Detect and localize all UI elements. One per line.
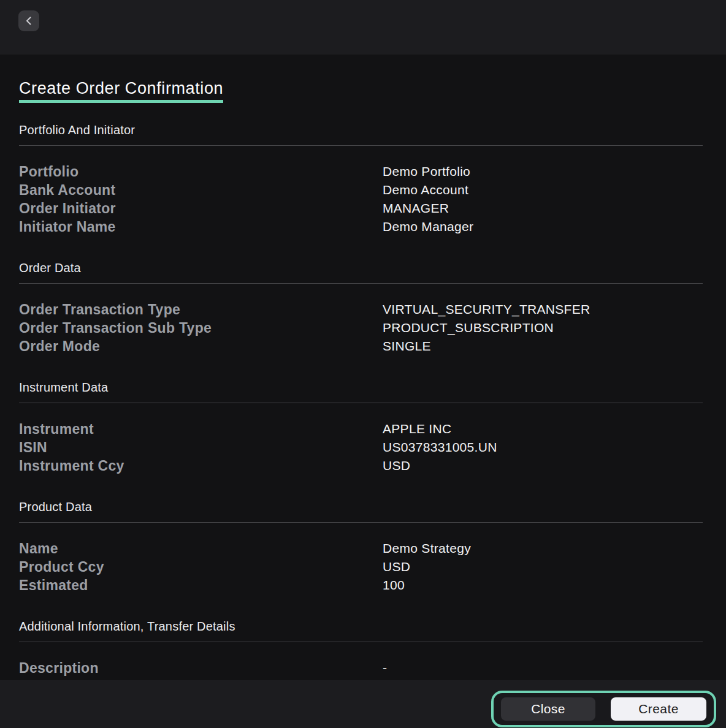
field-label: Order Mode	[19, 338, 383, 355]
field-row: Instrument Ccy USD	[19, 457, 703, 475]
field-row: ISIN US0378331005.UN	[19, 438, 703, 457]
field-row: Bank Account Demo Account	[19, 181, 703, 199]
field-label: ISIN	[19, 439, 383, 456]
field-row: Name Demo Strategy	[19, 539, 703, 558]
section-title: Portfolio And Initiator	[19, 123, 703, 137]
field-label: Order Initiator	[19, 200, 383, 217]
field-row: Portfolio Demo Portfolio	[19, 162, 703, 181]
field-row: Order Mode SINGLE	[19, 337, 703, 355]
section-divider	[19, 403, 703, 403]
field-row: Initiator Name Demo Manager	[19, 218, 703, 236]
field-label: Name	[19, 540, 383, 557]
field-value: VIRTUAL_SECURITY_TRANSFER	[383, 302, 703, 317]
section-divider	[19, 145, 703, 146]
section-divider	[19, 642, 703, 642]
section-title: Additional Information, Transfer Details	[19, 619, 703, 634]
field-value: Demo Portfolio	[383, 164, 703, 179]
back-button[interactable]	[18, 10, 39, 31]
field-value: APPLE INC	[383, 422, 703, 436]
create-button[interactable]: Create	[611, 697, 706, 721]
field-row: Instrument APPLE INC	[19, 420, 703, 438]
field-value: PRODUCT_SUBSCRIPTION	[383, 320, 703, 335]
field-label: Estimated	[19, 577, 383, 594]
field-value: 100	[383, 578, 703, 593]
field-label: Portfolio	[19, 164, 383, 180]
field-row: Order Initiator MANAGER	[19, 199, 703, 218]
close-button[interactable]: Close	[501, 697, 595, 721]
section-order-data: Order Data Order Transaction Type VIRTUA…	[19, 260, 703, 355]
field-label: Order Transaction Type	[19, 301, 383, 318]
section-title: Instrument Data	[19, 380, 703, 395]
footer-action-bar: Close Create	[0, 680, 726, 728]
section-product-data: Product Data Name Demo Strategy Product …	[19, 499, 703, 594]
field-row: Product Ccy USD	[19, 558, 703, 576]
field-label: Description	[19, 660, 383, 677]
field-row: Order Transaction Sub Type PRODUCT_SUBSC…	[19, 319, 703, 337]
field-value: Demo Manager	[383, 219, 703, 234]
field-rows: Order Transaction Type VIRTUAL_SECURITY_…	[19, 300, 703, 355]
field-rows: Portfolio Demo Portfolio Bank Account De…	[19, 162, 703, 236]
top-bar	[0, 0, 726, 55]
section-divider	[19, 283, 703, 284]
field-row: Description -	[19, 659, 703, 677]
field-label: Bank Account	[19, 182, 383, 199]
field-value: MANAGER	[383, 201, 703, 216]
field-value: SINGLE	[383, 339, 703, 354]
field-value: US0378331005.UN	[383, 440, 703, 455]
chevron-left-icon	[24, 16, 34, 26]
field-rows: Name Demo Strategy Product Ccy USD Estim…	[19, 539, 703, 594]
field-value: -	[383, 661, 703, 675]
section-title: Product Data	[19, 499, 703, 514]
footer-button-group: Close Create	[491, 691, 716, 727]
field-label: Product Ccy	[19, 559, 383, 575]
field-label: Instrument	[19, 421, 383, 438]
page-title: Create Order Confirmation	[19, 79, 223, 103]
field-rows: Instrument APPLE INC ISIN US0378331005.U…	[19, 420, 703, 475]
field-value: USD	[383, 458, 703, 473]
field-label: Order Transaction Sub Type	[19, 320, 383, 336]
section-title: Order Data	[19, 260, 703, 275]
field-label: Initiator Name	[19, 219, 383, 235]
field-row: Order Transaction Type VIRTUAL_SECURITY_…	[19, 300, 703, 319]
confirmation-content: Create Order Confirmation Portfolio And …	[0, 55, 726, 728]
order-confirmation-screen: Create Order Confirmation Portfolio And …	[0, 0, 726, 728]
field-label: Instrument Ccy	[19, 458, 383, 474]
field-value: Demo Account	[383, 183, 703, 197]
section-portfolio-and-initiator: Portfolio And Initiator Portfolio Demo P…	[19, 123, 703, 236]
field-value: Demo Strategy	[383, 541, 703, 556]
section-instrument-data: Instrument Data Instrument APPLE INC ISI…	[19, 380, 703, 475]
section-divider	[19, 522, 703, 523]
field-value: USD	[383, 559, 703, 574]
field-row: Estimated 100	[19, 576, 703, 594]
